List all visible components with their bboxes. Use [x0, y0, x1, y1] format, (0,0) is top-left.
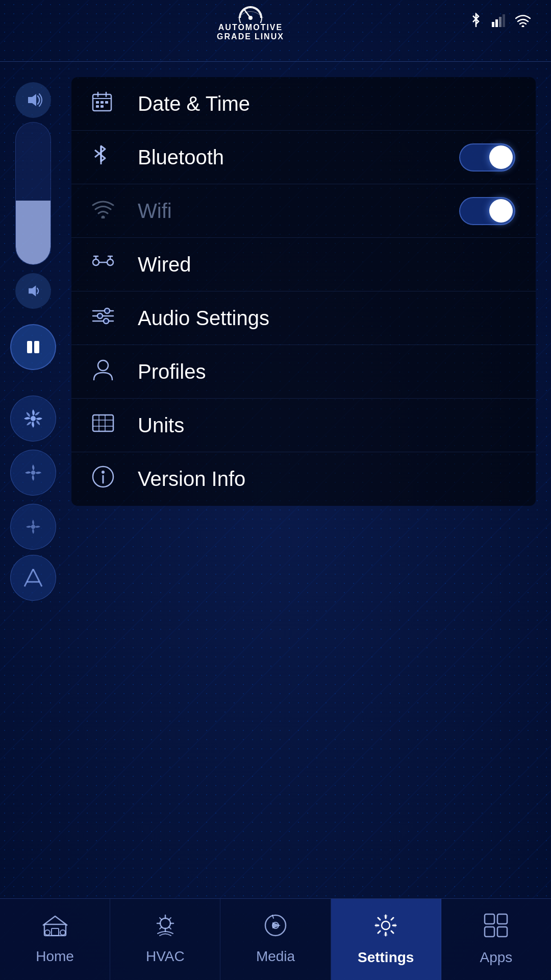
svg-point-53: [60, 930, 65, 935]
settings-audio-settings-icon: [92, 306, 122, 331]
agl-logo-text1: AUTOMOTIVE: [218, 23, 283, 32]
hvac-controls: [10, 396, 56, 550]
svg-rect-63: [485, 914, 494, 924]
settings-item-wired[interactable]: Wired: [71, 238, 536, 291]
nav-apps-icon: [484, 913, 508, 943]
settings-item-bluetooth[interactable]: Bluetooth: [71, 131, 536, 184]
volume-down-icon[interactable]: [15, 273, 51, 309]
bluetooth-status-icon: [470, 13, 482, 32]
page-header: [0, 41, 551, 72]
svg-rect-12: [34, 341, 39, 353]
svg-point-41: [98, 360, 108, 371]
nav-hvac-label: HVAC: [146, 948, 185, 965]
nav-item-settings[interactable]: Settings: [331, 899, 441, 980]
mic-button[interactable]: [10, 555, 56, 601]
nav-home-icon: [42, 914, 68, 942]
svg-marker-61: [272, 922, 281, 928]
nav-item-hvac[interactable]: HVAC: [110, 899, 220, 980]
svg-point-2: [248, 16, 253, 20]
nav-apps-label: Apps: [480, 949, 513, 966]
svg-point-30: [93, 259, 99, 265]
svg-point-52: [45, 930, 50, 935]
volume-up-icon[interactable]: [15, 82, 51, 118]
svg-line-16: [24, 569, 33, 586]
svg-point-0: [239, 7, 262, 23]
svg-point-40: [104, 318, 109, 324]
svg-marker-10: [29, 285, 36, 296]
settings-wifi-label: Wifi: [138, 200, 459, 223]
svg-rect-6: [499, 17, 502, 27]
settings-item-profiles[interactable]: Profiles: [71, 345, 536, 399]
nav-item-home[interactable]: Home: [0, 899, 110, 980]
nav-item-media[interactable]: Media: [220, 899, 331, 980]
svg-point-15: [31, 525, 35, 529]
settings-item-version-info[interactable]: Version Info: [71, 452, 536, 506]
agl-logo-text3: LINUX: [255, 32, 284, 41]
settings-audio-settings-label: Audio Settings: [138, 307, 515, 330]
svg-point-38: [105, 308, 110, 313]
settings-item-date-time[interactable]: Date & Time: [71, 77, 536, 131]
volume-slider[interactable]: [15, 122, 51, 265]
settings-item-wifi[interactable]: Wifi: [71, 184, 536, 238]
wifi-status-icon: [515, 14, 531, 31]
settings-version-info-icon: [92, 465, 122, 493]
svg-point-39: [97, 313, 103, 318]
settings-bluetooth-label: Bluetooth: [138, 146, 459, 169]
status-bar: AUTOMOTIVE GRADE LINUX: [0, 0, 551, 41]
nav-hvac-icon: [153, 914, 178, 942]
svg-point-31: [107, 259, 113, 265]
svg-point-14: [31, 471, 35, 475]
settings-item-audio-settings[interactable]: Audio Settings: [71, 291, 536, 345]
svg-rect-4: [492, 22, 494, 27]
svg-rect-25: [105, 101, 108, 104]
nav-media-icon: [264, 914, 287, 942]
svg-marker-9: [28, 94, 36, 106]
svg-rect-26: [96, 105, 99, 108]
settings-units-label: Units: [138, 414, 515, 437]
settings-version-info-label: Version Info: [138, 468, 515, 491]
volume-section: [15, 82, 51, 309]
svg-rect-24: [101, 101, 104, 104]
settings-content: Date & Time Bluetooth Wifi Wired Audio S…: [66, 72, 551, 898]
svg-rect-27: [101, 105, 104, 108]
settings-profiles-label: Profiles: [138, 360, 515, 383]
svg-point-62: [382, 921, 390, 929]
svg-rect-23: [96, 101, 99, 104]
toggle-wifi[interactable]: [459, 197, 515, 225]
agl-logo-icon: [230, 3, 271, 23]
svg-line-17: [33, 569, 42, 586]
settings-list: Date & Time Bluetooth Wifi Wired Audio S…: [71, 77, 536, 506]
nav-home-label: Home: [36, 948, 74, 965]
settings-profiles-icon: [92, 358, 122, 385]
svg-point-49: [102, 471, 105, 474]
signal-icon: [492, 14, 505, 31]
toggle-bluetooth-knob: [489, 145, 513, 169]
nav-item-apps[interactable]: Apps: [441, 899, 551, 980]
settings-wifi-icon: [92, 199, 122, 223]
svg-point-13: [31, 416, 36, 421]
svg-rect-42: [93, 415, 113, 431]
status-right: [470, 13, 531, 32]
svg-rect-66: [497, 927, 507, 937]
settings-wired-icon: [92, 252, 122, 277]
settings-date-time-label: Date & Time: [138, 92, 515, 115]
settings-item-units[interactable]: Units: [71, 399, 536, 452]
fan-mid-button[interactable]: [10, 450, 56, 496]
svg-rect-51: [52, 928, 59, 936]
toggle-wifi-knob: [489, 199, 513, 223]
svg-rect-11: [27, 341, 32, 353]
header-divider: [0, 61, 551, 62]
play-pause-button[interactable]: [10, 324, 56, 370]
fan-high-button[interactable]: [10, 396, 56, 442]
bottom-nav: Home HVAC Media Settings Apps: [0, 898, 551, 980]
settings-wired-label: Wired: [138, 253, 515, 276]
toggle-bluetooth[interactable]: [459, 143, 515, 172]
nav-settings-label: Settings: [358, 949, 414, 966]
volume-fill: [16, 201, 51, 264]
svg-rect-64: [497, 914, 507, 924]
settings-units-icon: [92, 414, 122, 437]
fan-low-button[interactable]: [10, 504, 56, 550]
nav-settings-icon: [373, 913, 398, 943]
svg-point-29: [102, 215, 105, 218]
svg-rect-7: [503, 14, 505, 27]
